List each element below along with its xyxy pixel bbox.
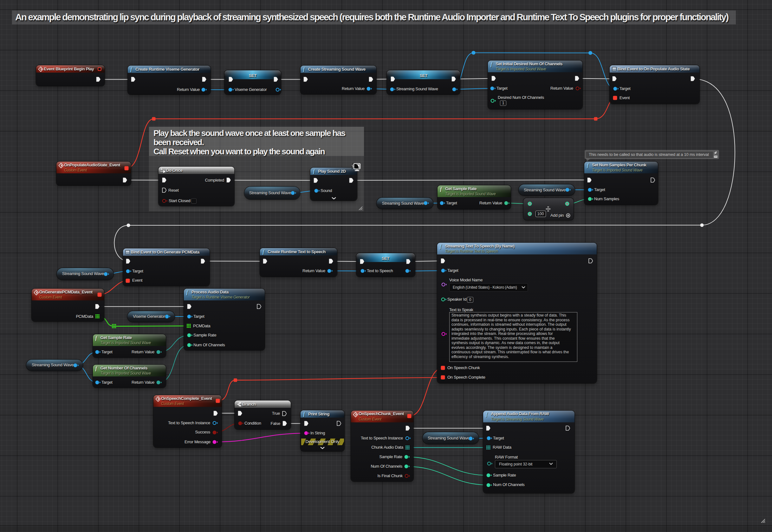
- svg-text:1: 1: [161, 168, 162, 170]
